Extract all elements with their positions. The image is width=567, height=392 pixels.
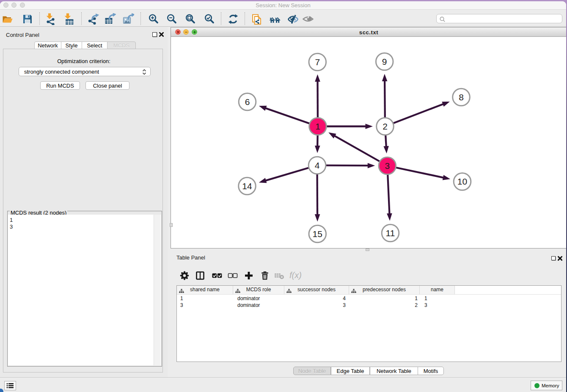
svg-text:14: 14 bbox=[242, 181, 252, 190]
svg-text:2: 2 bbox=[383, 121, 388, 131]
svg-text:1: 1 bbox=[315, 121, 320, 131]
svg-text:15: 15 bbox=[313, 229, 322, 238]
svg-text:3: 3 bbox=[385, 160, 390, 170]
svg-text:8: 8 bbox=[459, 92, 464, 102]
svg-text:f(x): f(x) bbox=[289, 271, 302, 280]
svg-text:9: 9 bbox=[382, 56, 387, 66]
svg-text:4: 4 bbox=[315, 160, 320, 170]
svg-text:6: 6 bbox=[245, 97, 250, 106]
svg-text:10: 10 bbox=[457, 177, 467, 186]
svg-text:7: 7 bbox=[315, 57, 320, 66]
svg-text:11: 11 bbox=[386, 228, 395, 237]
